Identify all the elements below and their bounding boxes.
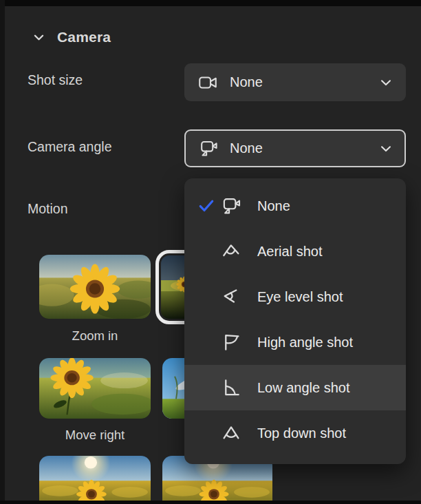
chevron-down-icon bbox=[378, 141, 393, 156]
menu-item-top-down-shot[interactable]: Top down shot bbox=[184, 410, 406, 456]
window-bottom-bar bbox=[0, 501, 421, 504]
move-right-label: Move right bbox=[39, 428, 151, 443]
zoom-in-label: Zoom in bbox=[39, 328, 151, 344]
eye-level-shot-icon bbox=[220, 286, 242, 308]
menu-item-label: Aerial shot bbox=[257, 244, 323, 260]
chevron-down-icon bbox=[378, 75, 393, 90]
camera-angle-value: None bbox=[230, 140, 368, 156]
motion-option-move-right[interactable] bbox=[39, 358, 151, 419]
check-placeholder bbox=[197, 333, 216, 351]
menu-item-low-angle-shot[interactable]: Low angle shot bbox=[184, 365, 406, 410]
camera-angle-menu: None Aerial shot Eye level shot bbox=[184, 178, 406, 464]
camera-angle-icon bbox=[220, 195, 242, 217]
window-top-bar bbox=[5, 0, 421, 6]
aerial-shot-icon bbox=[220, 240, 242, 262]
motion-option-zoom-in[interactable] bbox=[39, 255, 151, 319]
shot-size-label: Shot size bbox=[28, 72, 83, 88]
motion-label: Motion bbox=[28, 201, 68, 217]
menu-item-label: Low angle shot bbox=[257, 380, 350, 396]
camera-angle-icon bbox=[197, 138, 219, 159]
check-placeholder bbox=[197, 288, 216, 306]
menu-item-label: High angle shot bbox=[257, 335, 353, 350]
camera-angle-label: Camera angle bbox=[28, 139, 111, 155]
section-title: Camera bbox=[57, 29, 111, 45]
low-angle-shot-icon bbox=[220, 377, 242, 399]
check-placeholder bbox=[197, 242, 216, 260]
video-camera-icon bbox=[197, 72, 219, 93]
motion-option-thumbnail[interactable] bbox=[39, 456, 151, 504]
menu-item-none[interactable]: None bbox=[184, 183, 406, 229]
menu-item-label: Eye level shot bbox=[257, 289, 343, 305]
check-icon bbox=[197, 197, 216, 215]
window-edge-strip bbox=[0, 0, 5, 504]
menu-item-label: None bbox=[257, 198, 290, 214]
shot-size-dropdown[interactable]: None bbox=[184, 63, 406, 101]
menu-item-eye-level-shot[interactable]: Eye level shot bbox=[184, 274, 406, 319]
menu-item-high-angle-shot[interactable]: High angle shot bbox=[184, 319, 406, 365]
check-placeholder bbox=[197, 379, 216, 397]
check-placeholder bbox=[197, 424, 216, 442]
menu-item-aerial-shot[interactable]: Aerial shot bbox=[184, 229, 406, 274]
shot-size-value: None bbox=[230, 74, 368, 90]
top-down-shot-icon bbox=[220, 422, 242, 444]
menu-item-label: Top down shot bbox=[257, 426, 346, 441]
high-angle-shot-icon bbox=[220, 331, 242, 353]
camera-angle-dropdown[interactable]: None bbox=[184, 129, 406, 167]
chevron-down-icon bbox=[32, 30, 45, 44]
camera-section-header[interactable]: Camera bbox=[32, 29, 111, 45]
